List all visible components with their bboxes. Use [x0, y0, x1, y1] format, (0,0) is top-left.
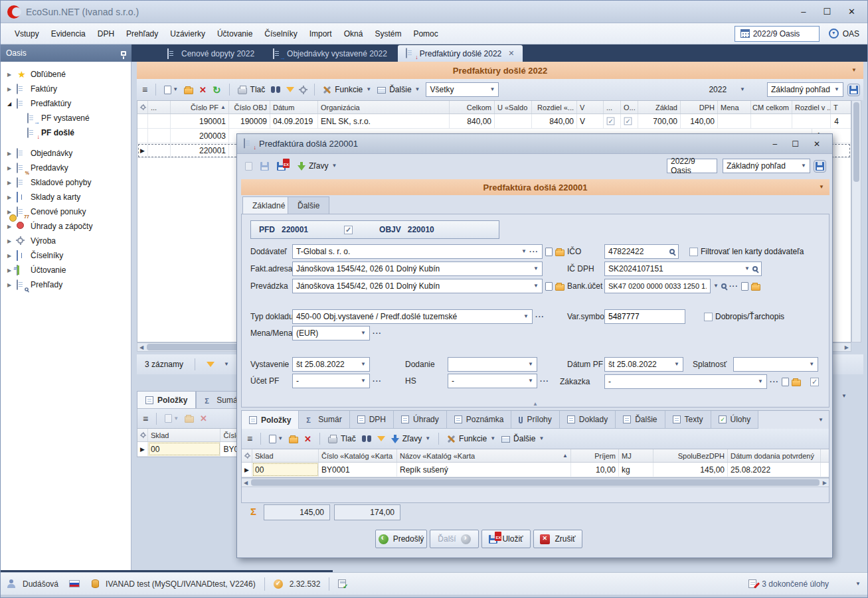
settings-gear-icon[interactable] [300, 87, 306, 93]
tasks-dropdown-icon[interactable]: ▼ [855, 581, 861, 587]
inner-tab-dalsie[interactable]: Ďalšie [616, 411, 665, 429]
expand-arrow-icon[interactable]: ▶ [6, 72, 13, 78]
col-sklad[interactable]: Sklad [148, 429, 220, 441]
col-v[interactable]: V [577, 101, 604, 113]
hs-combobox[interactable]: -▼ [448, 374, 537, 388]
bank-ucet-combobox[interactable]: SK47 0200 0000 0033 1250 1... [604, 279, 711, 293]
bottom-tab-polozky[interactable]: Položky [137, 391, 196, 408]
zlavy-menu-button[interactable]: Zľavy▼ [391, 434, 430, 443]
dialog-maximize-button[interactable]: ☐ [792, 139, 799, 149]
expand-arrow-icon[interactable]: ▶ [6, 151, 13, 157]
previous-button[interactable]: Predošlý [375, 530, 427, 548]
sidebar-item-ciselniky[interactable]: ▶ Číselníky [1, 248, 131, 263]
funkcie-menu-button[interactable]: Funkcie▼ [323, 85, 371, 94]
collapse-form-icon[interactable]: ▲ [533, 402, 538, 407]
datum-pf-datepicker[interactable]: št 25.08.2022▼ [604, 357, 683, 372]
dodanie-datepicker[interactable]: ▼ [448, 357, 537, 372]
col-mj[interactable]: MJ [619, 449, 653, 462]
oas-button[interactable]: OAS [829, 29, 859, 38]
expand-arrow-icon[interactable]: ▶ [6, 194, 13, 200]
ucet-pf-combobox[interactable]: -▼ [292, 374, 370, 388]
table-row[interactable]: 190001 190009 04.09.2019 ENL SK, s.r.o. … [137, 114, 851, 129]
col-zaklad[interactable]: Základ [638, 101, 681, 113]
pin-icon[interactable] [121, 51, 126, 56]
filter-funnel-icon[interactable] [286, 87, 294, 92]
sidebar-item-cenove-ponuky[interactable]: ▶ 77 Cenové ponuky [1, 204, 131, 219]
sidebar-item-preddavky[interactable]: ▶ % Preddavky [1, 161, 131, 175]
filtrovat-checkbox[interactable] [689, 248, 698, 256]
collapse-arrow-icon[interactable]: ◢ [6, 101, 13, 107]
col-sklad[interactable]: Sklad [252, 449, 319, 462]
menu-grip-icon[interactable]: ≡ [143, 413, 148, 424]
sidebar-item-sklady-a-karty[interactable]: ▶ Sklady a karty [1, 190, 131, 204]
year-combobox[interactable]: 2022▼ [709, 85, 745, 94]
tab-objednavky-vystavene[interactable]: → Objednávky vystavené 2022 [265, 46, 395, 62]
scroll-right-icon[interactable]: ▶ [843, 344, 851, 350]
save-view-icon[interactable] [849, 86, 858, 94]
filter-all-combobox[interactable]: Všetky▼ [426, 82, 499, 97]
row-checkbox[interactable] [624, 117, 632, 125]
sidebar-item-vyroba[interactable]: ▶ Výroba [1, 234, 131, 248]
menu-pomoc[interactable]: Pomoc [407, 27, 444, 41]
tab-dalsie[interactable]: Ďalšie [288, 196, 329, 214]
lookup-magnifier-icon[interactable] [721, 283, 727, 289]
print-button[interactable]: Tlač [328, 434, 356, 443]
records-filter-dropdown-icon[interactable]: ▼ [224, 362, 229, 367]
inner-tab-prilohy[interactable]: Prílohy [511, 411, 559, 429]
ellipsis-button[interactable] [770, 378, 779, 386]
close-button[interactable]: ✕ [848, 7, 855, 17]
inner-tab-texty[interactable]: Texty [665, 411, 711, 429]
open-folder-icon[interactable] [555, 250, 564, 256]
expand-arrow-icon[interactable]: ▶ [6, 224, 13, 230]
dialog-period-box[interactable]: 2022/9 Oasis [667, 159, 717, 173]
detail-doc-icon[interactable] [782, 378, 789, 386]
tabs-overflow-icon[interactable]: ▼ [818, 417, 829, 423]
tab-predfaktury-dosle[interactable]: ↓ Predfaktúry došlé 2022 ✕ [398, 45, 523, 62]
inner-tab-ulohy[interactable]: Úlohy [711, 411, 759, 429]
var-symbol-input[interactable] [604, 309, 685, 324]
ellipsis-button[interactable] [540, 378, 549, 385]
dodavatel-combobox[interactable]: T-Global s. r. o.▼ [292, 244, 543, 259]
detail-doc-icon[interactable] [545, 248, 553, 256]
dalsie-menu-button[interactable]: Ďalšie▼ [377, 85, 420, 94]
vertical-scrollbar[interactable] [851, 100, 861, 342]
sidebar-item-uhrady-a-zapocty[interactable]: ▶ Úhrady a zápočty [1, 219, 131, 234]
col-organizacia[interactable]: Organizácia [318, 101, 450, 113]
menu-prehlady[interactable]: Prehľady [120, 27, 164, 41]
zakazka-checkbox[interactable] [810, 378, 819, 386]
typ-dokladu-combobox[interactable]: 450-00 Obj.vystavené / Predf.došlé tuzem… [292, 309, 533, 324]
tasks-status[interactable]: 3 dokončené úlohy ▼ [748, 579, 861, 589]
zlavy-menu-button[interactable]: Zľavy▼ [298, 161, 337, 171]
banner-dropdown-icon[interactable]: ▼ [851, 68, 857, 73]
tab-cenove-dopyty[interactable]: Cenové dopyty 2022 [159, 46, 262, 62]
print-button[interactable]: Tlač [238, 85, 266, 94]
filter-funnel-icon[interactable] [377, 436, 385, 441]
inner-tab-polozky[interactable]: Položky [242, 411, 299, 429]
new-item-button[interactable]: ▼ [269, 435, 283, 443]
col-datum[interactable]: Dátum [270, 101, 318, 113]
sidebar-item-skladove-pohyby[interactable]: ▶ Skladové pohyby [1, 175, 131, 190]
menu-uzavierky[interactable]: Uzávierky [164, 27, 211, 41]
save-view-icon[interactable] [816, 162, 824, 171]
maximize-button[interactable]: ☐ [823, 7, 831, 17]
delete-icon[interactable]: ✕ [304, 435, 311, 443]
refresh-icon[interactable]: ↻ [213, 85, 221, 95]
col-t[interactable]: T [831, 101, 841, 113]
view-combobox[interactable]: Základný pohľad▼ [767, 82, 843, 97]
items-horizontal-scrollbar[interactable]: ◀ ▶ [242, 478, 829, 487]
lookup-magnifier-icon[interactable] [669, 249, 675, 254]
oasis-panel-header[interactable]: Oasis [1, 44, 131, 62]
menu-grip-icon[interactable]: ≡ [142, 84, 147, 95]
dialog-close-button[interactable]: ✕ [814, 139, 820, 149]
menu-uctovanie[interactable]: Účtovanie [211, 27, 258, 41]
search-binoculars-icon[interactable] [271, 86, 280, 93]
expand-arrow-icon[interactable]: ▶ [6, 253, 13, 259]
menu-evidencia[interactable]: Evidencia [45, 27, 92, 41]
linked-checkbox[interactable] [344, 226, 353, 234]
dialog-minimize-button[interactable]: – [772, 139, 777, 149]
detail-doc-icon[interactable] [545, 282, 553, 291]
open-folder-icon[interactable] [555, 284, 564, 291]
grid-corner-gear[interactable] [137, 101, 148, 113]
splatnost-datepicker[interactable]: ▼ [733, 357, 818, 372]
col-cislo-pf[interactable]: Číslo PF▲ [171, 101, 229, 113]
